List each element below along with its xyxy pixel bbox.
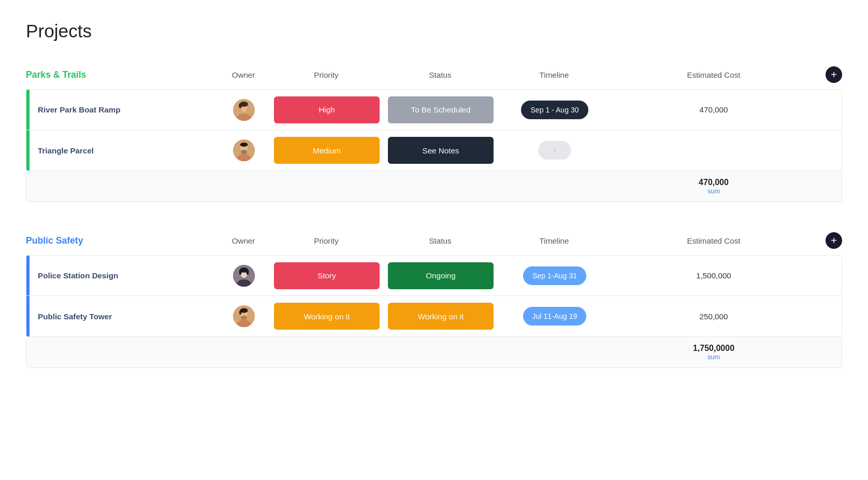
parks-add-cell: + (816, 66, 842, 83)
parks-sum-empty1 (26, 171, 218, 202)
parks-sum-empty4 (384, 171, 498, 202)
parks-row2-status-badge: See Notes (388, 137, 494, 164)
parks-row1-status-badge: To Be Scheduled (388, 96, 494, 123)
ps-row2-name-cell: Public Safety Tower (26, 296, 218, 336)
parks-row1-cost: 470,000 (612, 103, 816, 116)
ps-sum-empty1 (26, 337, 218, 368)
parks-row2-timeline-cell: - (498, 139, 612, 162)
public-safety-section: Public Safety Owner Priority Status Time… (26, 228, 842, 368)
ps-sum-empty5 (498, 337, 612, 368)
ps-row1-timeline: Sep 1-Aug 31 (523, 266, 586, 285)
parks-col-cost: Estimated Cost (611, 70, 816, 79)
ps-sum-empty6 (816, 337, 842, 368)
svg-point-5 (239, 103, 242, 108)
ps-sum-cost-cell: 1,750,0000 sum (612, 337, 816, 368)
parks-sum-row: 470,000 sum (26, 171, 842, 202)
ps-row2-timeline: Jul 11-Aug 19 (523, 307, 587, 326)
svg-point-20 (241, 316, 248, 320)
parks-row2-priority-cell: Medium (270, 130, 384, 171)
parks-col-priority: Priority (269, 70, 383, 79)
parks-add-button[interactable]: + (826, 66, 842, 83)
ps-row2-priority-cell: Working on it (270, 296, 384, 336)
public-safety-table: Police Station Design Story (26, 255, 842, 337)
parks-table: River Park Boat Ramp High (26, 89, 842, 171)
parks-row1-timeline-cell: Sep 1 - Aug 30 (498, 98, 612, 121)
parks-col-owner: Owner (218, 70, 269, 79)
ps-row1-owner (218, 265, 270, 287)
parks-sum-cost-cell: 470,000 sum (612, 171, 816, 202)
parks-sum-empty6 (816, 171, 842, 202)
ps-sum-empty4 (384, 337, 498, 368)
ps-row2-owner (218, 305, 270, 327)
ps-row1-status-cell: Ongoing (384, 256, 498, 295)
ps-row2-avatar (233, 305, 255, 327)
parks-row2-status-cell: See Notes (384, 130, 498, 171)
table-row: Police Station Design Story (26, 256, 842, 296)
ps-row1-cost: 1,500,000 (612, 269, 816, 282)
ps-row2-status-badge: Working on it (388, 303, 494, 330)
parks-row1-priority-badge: High (274, 96, 380, 123)
table-row: River Park Boat Ramp High (26, 90, 842, 130)
public-safety-sum-row: 1,750,0000 sum (26, 337, 842, 368)
svg-point-9 (241, 150, 247, 154)
parks-sum-value: 470,000 (699, 178, 729, 187)
table-row: Triangle Parcel Medium (26, 130, 842, 171)
ps-row2-name: Public Safety Tower (30, 312, 112, 321)
public-safety-col-priority: Priority (269, 236, 383, 245)
parks-row2-owner (218, 139, 270, 161)
parks-section: Parks & Trails Owner Priority Status Tim… (26, 62, 842, 202)
parks-row2-priority-badge: Medium (274, 137, 380, 164)
ps-sum-empty3 (270, 337, 384, 368)
public-safety-section-title: Public Safety (26, 235, 218, 246)
ps-row1-name-cell: Police Station Design (26, 256, 218, 295)
parks-col-status: Status (383, 70, 497, 79)
ps-sum-empty2 (218, 337, 270, 368)
parks-sum-empty3 (270, 171, 384, 202)
parks-sum-label: sum (707, 187, 720, 195)
parks-sum-empty2 (218, 171, 270, 202)
ps-row1-avatar (233, 265, 255, 287)
parks-row2-name-cell: Triangle Parcel (26, 130, 218, 171)
ps-sum-label: sum (707, 353, 720, 361)
parks-row2-name: Triangle Parcel (30, 146, 94, 155)
parks-row2-avatar (233, 139, 255, 161)
ps-sum-value: 1,750,0000 (693, 344, 734, 353)
svg-point-22 (239, 310, 241, 315)
svg-point-16 (247, 270, 249, 275)
public-safety-add-button[interactable]: + (826, 232, 842, 249)
parks-row2-timeline: - (538, 141, 572, 160)
ps-row2-timeline-cell: Jul 11-Aug 19 (498, 305, 612, 328)
ps-row2-cost: 250,000 (612, 310, 816, 323)
parks-row1-owner (218, 99, 270, 121)
parks-row1-priority-cell: High (270, 90, 384, 130)
ps-row1-timeline-cell: Sep 1-Aug 31 (498, 264, 612, 287)
ps-row1-status-badge: Ongoing (388, 262, 494, 289)
parks-row1-name: River Park Boat Ramp (30, 105, 121, 114)
parks-col-timeline: Timeline (497, 70, 611, 79)
ps-row1-priority-badge: Story (274, 262, 380, 289)
ps-row1-name: Police Station Design (30, 271, 118, 280)
page-title: Projects (26, 21, 842, 41)
public-safety-add-cell: + (816, 232, 842, 249)
public-safety-header-row: Public Safety Owner Priority Status Time… (26, 228, 842, 253)
parks-sum-empty5 (498, 171, 612, 202)
parks-row1-name-cell: River Park Boat Ramp (26, 90, 218, 130)
parks-row1-status-cell: To Be Scheduled (384, 90, 498, 130)
ps-row1-priority-cell: Story (270, 256, 384, 295)
public-safety-col-cost: Estimated Cost (611, 236, 816, 245)
parks-header-row: Parks & Trails Owner Priority Status Tim… (26, 62, 842, 87)
public-safety-col-status: Status (383, 236, 497, 245)
ps-row2-priority-badge: Working on it (274, 303, 380, 330)
parks-row1-timeline: Sep 1 - Aug 30 (521, 101, 588, 119)
svg-point-10 (240, 143, 248, 147)
parks-row1-avatar (233, 99, 255, 121)
svg-point-15 (239, 270, 242, 275)
parks-section-title: Parks & Trails (26, 69, 218, 80)
public-safety-col-owner: Owner (218, 236, 269, 245)
parks-row2-cost (612, 148, 816, 152)
table-row: Public Safety Tower (26, 296, 842, 336)
ps-row2-status-cell: Working on it (384, 296, 498, 336)
public-safety-col-timeline: Timeline (497, 236, 611, 245)
